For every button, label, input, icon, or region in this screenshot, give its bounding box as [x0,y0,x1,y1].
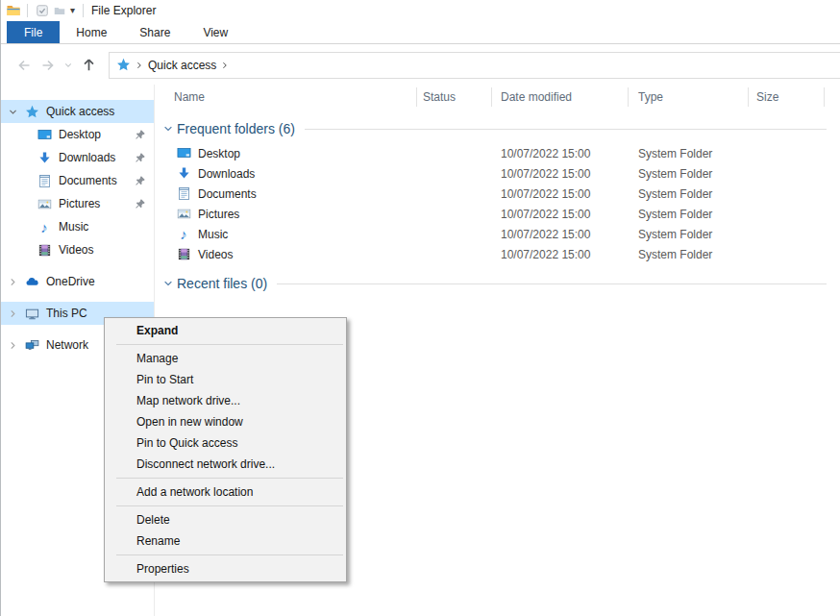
file-list: Frequent folders (6)Desktop10/07/2022 15… [155,119,840,293]
cell-type: System Folder [629,167,749,181]
pin-icon [134,198,146,210]
sidebar-item-label: OneDrive [46,275,95,288]
file-row-pictures[interactable]: Pictures10/07/2022 15:00System Folder [155,204,840,224]
menu-item-rename[interactable]: Rename [105,530,346,552]
sidebar-item-label: Pictures [59,197,100,210]
context-menu: ExpandManagePin to StartMap network driv… [104,317,347,582]
chevron-right-icon[interactable] [8,277,19,287]
menu-item-pin-to-start[interactable]: Pin to Start [105,369,346,390]
breadcrumb-segment[interactable]: Quick access [148,59,216,72]
menu-item-add-a-network-location[interactable]: Add a network location [105,481,346,503]
chevron-right-icon[interactable] [8,340,19,351]
breadcrumb-chevron-icon[interactable] [220,61,230,70]
sidebar-item-onedrive[interactable]: OneDrive [1,270,154,293]
file-name: Documents [198,187,257,201]
menu-item-open-in-new-window[interactable]: Open in new window [105,411,346,432]
menu-item-delete[interactable]: Delete [105,509,346,530]
cell-name: Desktop [155,146,417,161]
file-row-videos[interactable]: Videos10/07/2022 15:00System Folder [155,244,840,264]
sidebar-item-pictures[interactable]: Pictures [1,192,154,215]
cell-date: 10/07/2022 15:00 [492,248,629,261]
star-icon [24,104,39,119]
column-header-date-modified[interactable]: Date modified [492,87,629,107]
cell-date: 10/07/2022 15:00 [492,208,629,221]
sidebar-item-label: Music [59,220,88,234]
file-row-music[interactable]: ♪Music10/07/2022 15:00System Folder [155,224,840,244]
column-header-row: NameStatusDate modifiedTypeSize [155,85,840,110]
file-row-downloads[interactable]: Downloads10/07/2022 15:00System Folder [155,163,840,184]
toolbar-separator [83,4,84,17]
cell-type: System Folder [629,248,749,261]
thispc-icon [24,306,39,321]
cell-date: 10/07/2022 15:00 [492,147,629,160]
column-header-type[interactable]: Type [629,87,749,107]
customize-quick-access-toolbar-icon[interactable]: ▾ [68,6,77,15]
cell-type: System Folder [629,228,749,241]
navigation-bar: Quick access [1,45,840,85]
pictures-icon [176,207,191,222]
sidebar-item-music[interactable]: ♪Music [1,215,154,238]
file-row-documents[interactable]: Documents10/07/2022 15:00System Folder [155,184,840,204]
chevron-right-icon[interactable] [8,308,19,319]
column-header-name[interactable]: Name [155,87,417,107]
group-rule [277,283,827,284]
sidebar-item-downloads[interactable]: Downloads [1,146,154,169]
menu-separator [116,478,343,479]
onedrive-icon [24,274,39,289]
chevron-down-icon[interactable] [162,278,174,289]
menu-separator [116,554,343,555]
cell-type: System Folder [629,187,749,201]
chevron-down-icon[interactable] [8,107,19,117]
column-header-size[interactable]: Size [749,87,825,107]
menu-item-properties[interactable]: Properties [105,558,346,579]
up-button[interactable] [76,53,101,78]
cell-type: System Folder [629,208,749,221]
sidebar-item-label: Videos [59,243,93,257]
address-bar[interactable]: Quick access [109,52,840,79]
sidebar-item-videos[interactable]: Videos [1,238,154,261]
cell-name: Documents [155,186,417,202]
menu-item-pin-to-quick-access[interactable]: Pin to Quick access [105,432,346,454]
breadcrumb-chevron-icon[interactable] [135,61,144,70]
sidebar-item-label: Quick access [46,105,114,118]
downloads-icon [37,150,52,165]
music-icon: ♪ [37,219,52,234]
documents-icon [176,186,191,202]
toolbar-separator [27,4,28,17]
desktop-icon [176,146,191,161]
menu-item-expand[interactable]: Expand [105,320,346,341]
tab-share[interactable]: Share [123,21,186,43]
window-title: File Explorer [91,4,156,17]
sidebar-item-label: Desktop [59,128,101,141]
new-folder-button[interactable] [51,2,68,19]
music-icon: ♪ [176,227,191,242]
properties-button[interactable] [34,2,51,19]
tab-home[interactable]: Home [60,21,123,43]
downloads-icon [176,166,191,182]
forward-button[interactable] [36,53,61,78]
pictures-icon [37,196,52,211]
chevron-down-icon[interactable] [162,123,174,135]
menu-item-map-network-drive[interactable]: Map network drive... [105,390,346,411]
group-header-recent-files[interactable]: Recent files (0) [155,274,840,293]
group-header-frequent-folders[interactable]: Frequent folders (6) [155,119,840,138]
tab-file[interactable]: File [7,21,60,43]
sidebar-item-desktop[interactable]: Desktop [1,123,154,146]
sidebar-item-label: Downloads [59,151,115,164]
cell-name: Downloads [155,166,417,182]
back-button[interactable] [11,53,36,78]
sidebar-item-documents[interactable]: Documents [1,169,154,192]
file-row-desktop[interactable]: Desktop10/07/2022 15:00System Folder [155,143,840,163]
sidebar-item-quick-access[interactable]: Quick access [1,100,154,123]
recent-locations-icon[interactable] [61,53,76,78]
group-label: Frequent folders (6) [177,121,295,136]
column-header-status[interactable]: Status [417,87,492,107]
cell-date: 10/07/2022 15:00 [492,187,629,201]
file-name: Desktop [198,147,240,160]
group-rule [305,129,827,130]
menu-item-disconnect-network-drive[interactable]: Disconnect network drive... [105,454,346,475]
tab-view[interactable]: View [186,21,244,43]
menu-item-manage[interactable]: Manage [105,348,346,369]
sidebar-item-label: This PC [46,307,87,320]
sidebar-item-label: Network [46,338,88,352]
